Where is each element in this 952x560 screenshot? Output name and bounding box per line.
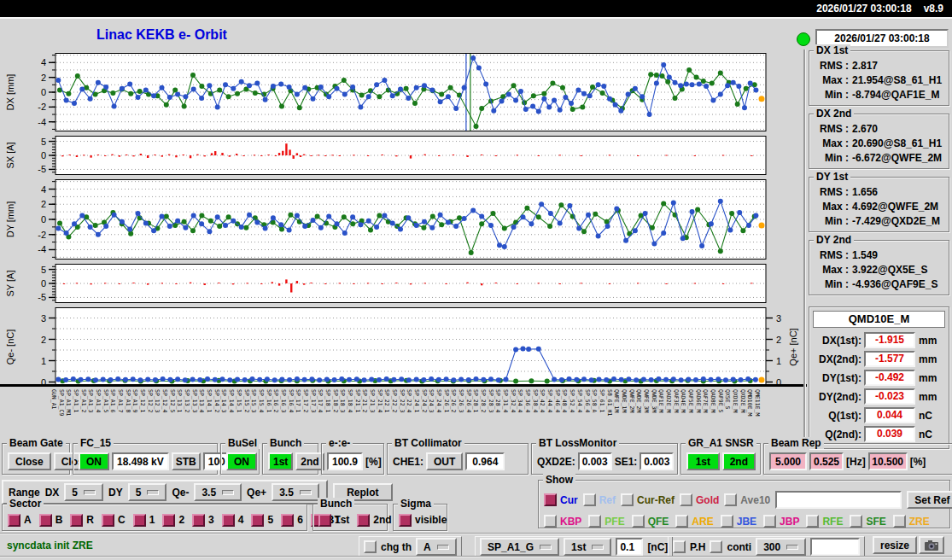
stat-label: RMS : [814, 122, 849, 137]
sector-checkbox-a[interactable] [8, 514, 20, 527]
range-qem-dropdown[interactable]: 3.5 [194, 483, 242, 501]
show-checkbox-rfe[interactable] [806, 515, 819, 528]
sector-checkbox-6[interactable] [281, 514, 294, 527]
bunch-2nd-button[interactable]: 2nd [295, 452, 324, 470]
sector-label: 1 [149, 514, 155, 526]
x-axis-label: SP_21_4 [377, 389, 383, 412]
monitor-row: Q(2nd):0.039nC [813, 425, 945, 443]
show-checkbox-kbp[interactable] [544, 515, 557, 528]
show-checkbox-are[interactable] [675, 515, 688, 528]
count-value: 300 [763, 541, 780, 553]
sector-checkbox-5[interactable] [251, 514, 264, 527]
camera-button[interactable] [919, 536, 944, 554]
show-checkbox-qfe[interactable] [632, 515, 645, 528]
sector-checkbox-r[interactable] [70, 514, 83, 527]
range-dx-dropdown[interactable]: 5 [64, 483, 103, 501]
x-axis-label: SP_12_4 [161, 389, 168, 412]
dropdown-indicator-icon [300, 490, 312, 495]
chg-th-dropdown[interactable]: A [416, 538, 457, 556]
che1-out-button[interactable]: OUT [426, 452, 463, 470]
bt-collimator-group: BT Collimator CHE1: OUT 0.964 [387, 443, 529, 475]
show-checkbox-cur[interactable] [544, 493, 557, 506]
beam-rep-value-2: 0.525 [809, 452, 844, 470]
stats-row: Min :-7.429@QXD2E_M [814, 214, 945, 229]
sector-checkbox-3[interactable] [192, 514, 205, 527]
show-checkbox-jbp[interactable] [763, 515, 776, 528]
x-axis-label: SP_14_3 [220, 389, 227, 412]
show-label: ZRE [909, 516, 930, 528]
monitor-row: Q(1st):0.044nC [813, 406, 945, 424]
gr-a1-2nd-button[interactable]: 2nd [722, 452, 756, 470]
threshold-input[interactable] [616, 538, 643, 556]
x-axis-label: SP_28_1 [472, 389, 479, 412]
show-checkbox-cur-ref[interactable] [621, 493, 634, 506]
svg-text:4: 4 [41, 184, 46, 195]
sigma-checkbox-visible[interactable] [399, 514, 412, 527]
monitor-unit: mm [919, 391, 937, 403]
x-axis-label: SP_24_2 [421, 389, 428, 412]
show-checkbox-ave10[interactable] [724, 493, 737, 506]
sector-checkbox-b[interactable] [39, 514, 52, 527]
x-axis-label: SP_17_4 [317, 389, 324, 412]
sector-checkbox-4[interactable] [222, 514, 235, 527]
show-checkbox-ref[interactable] [583, 493, 596, 506]
show-label: QFE [648, 516, 669, 528]
ee-ratio-unit: [%] [365, 456, 382, 468]
fc15-stb-button[interactable]: STB [172, 452, 201, 470]
stat-value: -7.429@QXD2E_M [852, 214, 940, 229]
show-checkbox-pfe[interactable] [588, 515, 601, 528]
stats-box-dy-2nd: DY 2ndRMS :1.549Max :3.922@QX5E_SMin :-4… [809, 240, 949, 295]
svg-text:1: 1 [776, 356, 781, 366]
count-dropdown[interactable]: 300 [756, 538, 806, 556]
show-checkbox-gold[interactable] [680, 493, 692, 506]
busel-on-button[interactable]: ON [226, 452, 257, 470]
x-axis-label: SP_A1_2 [80, 389, 87, 412]
x-axis-label: SP_13_2 [184, 389, 190, 412]
ph-checkbox[interactable] [673, 540, 686, 553]
group-label: Beam Rep [768, 437, 824, 449]
controls-row-1: Beam Gate Close Close FC_15 ON 18.498 kV… [2, 443, 952, 477]
stat-label: Min : [814, 277, 849, 292]
sb-bunch-dropdown[interactable]: 1st [564, 538, 611, 556]
conti-checkbox[interactable] [710, 540, 722, 553]
set-ref-button[interactable]: Set Ref [907, 491, 952, 509]
beam-gate-close-button-1[interactable]: Close [8, 452, 51, 470]
spare-input[interactable] [810, 538, 860, 556]
sector-checkbox-2[interactable] [162, 514, 175, 527]
stat-label: RMS : [814, 185, 849, 200]
stat-label: Max : [814, 263, 849, 277]
monitor-value: 0.039 [864, 426, 915, 442]
bunch-select-checkbox-2nd[interactable] [357, 514, 370, 527]
sector-checkbox-1[interactable] [133, 514, 146, 527]
gr-a1-1st-button[interactable]: 1st [686, 452, 720, 470]
sb-bunch-value: 1st [571, 541, 586, 553]
x-axis-label: SP_15_3 [250, 389, 257, 412]
sector-checkbox-c[interactable] [102, 514, 114, 527]
resize-button[interactable]: resize [873, 536, 917, 554]
dropdown-indicator-icon [222, 490, 234, 495]
group-label: Bunch [318, 498, 354, 510]
show-checkbox-zre[interactable] [893, 515, 906, 528]
ref-name-input[interactable] [775, 491, 902, 509]
sp-dropdown[interactable]: SP_A1_G [480, 538, 559, 556]
show-checkbox-sfe[interactable] [850, 515, 862, 528]
x-axis-label: SP_28_2 [480, 389, 487, 412]
fc15-on-button[interactable]: ON [79, 452, 109, 470]
chg-th-checkbox[interactable] [364, 540, 377, 553]
x-axis-label: SP_A1_8 [125, 389, 131, 412]
svg-text:Qe- [nC]: Qe- [nC] [5, 330, 15, 365]
svg-text:4: 4 [41, 57, 46, 67]
x-axis-label: SP_26_2 [450, 389, 457, 412]
bunch-select-checkbox-1st[interactable] [318, 514, 331, 527]
x-axis-label: SP_A1_6 [109, 389, 116, 412]
range-dy-dropdown[interactable]: 5 [128, 483, 167, 501]
dropdown-indicator-icon [540, 545, 552, 550]
x-axis-label: SP_22_2 [391, 389, 398, 412]
bunch-1st-button[interactable]: 1st [268, 452, 293, 470]
sector-label: R [86, 514, 94, 526]
bottom-strip [0, 556, 952, 560]
range-qep-dropdown[interactable]: 3.5 [272, 483, 319, 501]
x-axis-label: QAD8E_M [710, 389, 716, 412]
show-checkbox-jbe[interactable] [721, 515, 733, 528]
show-item-ave10: Ave10 [724, 493, 770, 506]
